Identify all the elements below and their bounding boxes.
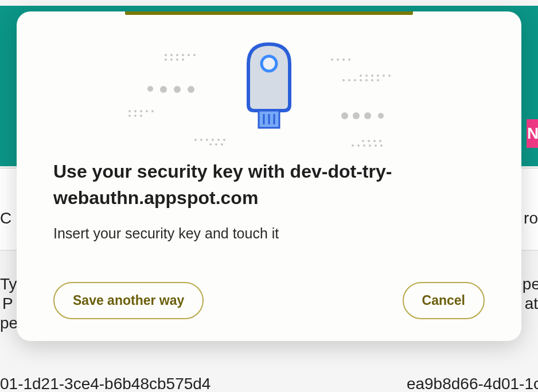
decorative-dots xyxy=(147,86,194,93)
decorative-dots xyxy=(165,54,196,61)
dialog-message: Insert your security key and touch it xyxy=(53,225,485,242)
save-another-way-button[interactable]: Save another way xyxy=(53,282,204,319)
security-key-icon xyxy=(243,41,295,132)
decorative-dots xyxy=(352,140,383,147)
decorative-dots xyxy=(331,58,350,61)
svg-point-0 xyxy=(262,56,276,71)
dialog-content: Use your security key with dev-dot-try-w… xyxy=(17,158,521,319)
decorative-dots xyxy=(342,75,391,81)
decorative-dots xyxy=(341,112,384,119)
dialog-actions: Save another way Cancel xyxy=(53,282,485,319)
security-key-illustration xyxy=(17,15,521,158)
dialog-title: Use your security key with dev-dot-try-w… xyxy=(53,158,485,211)
dialog-overlay: Use your security key with dev-dot-try-w… xyxy=(0,0,538,392)
cancel-button[interactable]: Cancel xyxy=(403,282,485,319)
decorative-dots xyxy=(128,110,154,117)
security-key-dialog: Use your security key with dev-dot-try-w… xyxy=(17,11,521,341)
decorative-dots xyxy=(194,139,225,146)
